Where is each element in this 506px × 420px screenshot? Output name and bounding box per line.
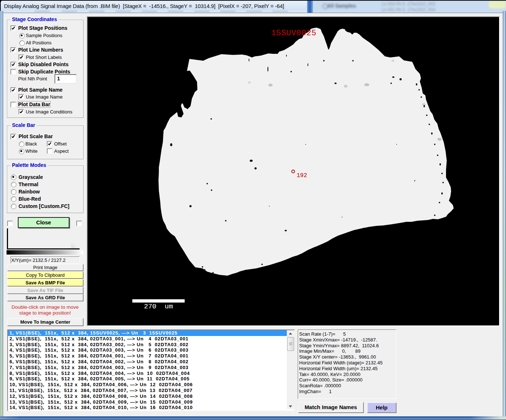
svg-text:270 um: 270 um xyxy=(144,303,173,311)
svg-text:15SUV0025: 15SUV0025 xyxy=(271,29,316,38)
svg-text:192: 192 xyxy=(297,172,307,179)
